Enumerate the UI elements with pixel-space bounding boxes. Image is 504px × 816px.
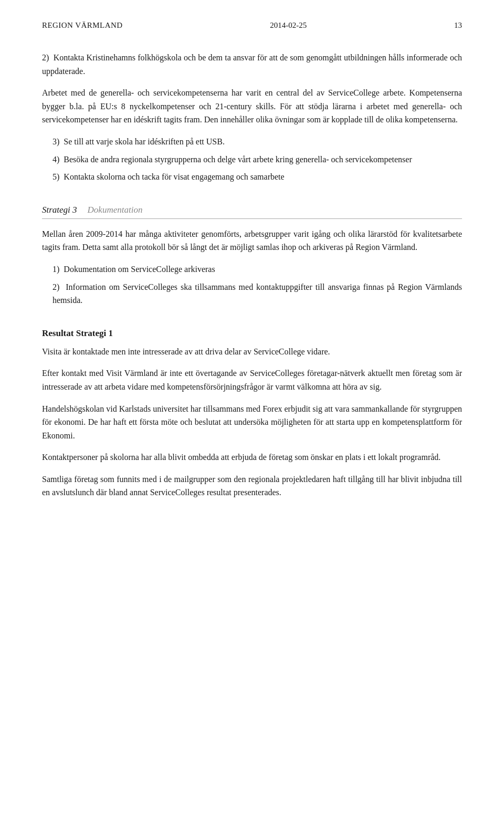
resultat-1-p1-text: Visita är kontaktade men inte intressera…: [42, 347, 330, 356]
list-item-4: 4) Besöka de andra regionala styrgrupper…: [52, 153, 462, 166]
list-item-4-text: 4) Besöka de andra regionala styrgrupper…: [52, 153, 412, 166]
resultat-1-p1: Visita är kontaktade men inte intressera…: [42, 345, 462, 359]
resultat-1-p2: Efter kontakt med Visit Värmland är inte…: [42, 367, 462, 393]
list-item-5: 5) Kontakta skolorna och tacka för visat…: [52, 170, 462, 184]
resultat-1-p4-text: Kontaktpersoner på skolorna har alla bli…: [42, 453, 440, 462]
strategi-3-body1: Mellan åren 2009-2014 har många aktivite…: [42, 227, 462, 254]
paragraph-kontakta-text: 2) Kontakta Kristinehamns folkhögskola o…: [42, 53, 462, 76]
paragraph-arbetet: Arbetet med de generella- och servicekom…: [42, 86, 462, 127]
resultat-1-p5-text: Samtliga företag som funnits med i de ma…: [42, 475, 462, 497]
strategi-3-body1-text: Mellan åren 2009-2014 har många aktivite…: [42, 229, 462, 252]
strategi-3-list-1-text: 1) Dokumentation om ServiceCollege arkiv…: [52, 263, 215, 276]
strategi-3-list-2: 2) Information om ServiceColleges ska ti…: [52, 280, 462, 307]
header-date: 2014-02-25: [270, 21, 307, 30]
strategi-3-list-2-text: 2) Information om ServiceColleges ska ti…: [52, 280, 462, 307]
header-page-number: 13: [454, 21, 462, 30]
page-header: REGION VÄRMLAND 2014-02-25 13: [42, 21, 462, 30]
paragraph-arbetet-text: Arbetet med de generella- och servicekom…: [42, 88, 462, 124]
resultat-1-p3-text: Handelshögskolan vid Karlstads universit…: [42, 404, 462, 440]
list-item-5-text: 5) Kontakta skolorna och tacka för visat…: [52, 170, 285, 184]
header-organization: REGION VÄRMLAND: [42, 21, 123, 30]
strategi-3-list: 1) Dokumentation om ServiceCollege arkiv…: [52, 263, 462, 307]
resultat-1-p5: Samtliga företag som funnits med i de ma…: [42, 473, 462, 499]
strategi-3-list-1: 1) Dokumentation om ServiceCollege arkiv…: [52, 263, 462, 276]
strategi-3-header: Strategi 3 Dokumentation: [42, 205, 462, 215]
strategi-3-number: Strategi 3: [42, 205, 77, 215]
strategi-3-title: Dokumentation: [88, 205, 143, 215]
resultat-1-heading: Resultat Strategi 1: [42, 328, 462, 339]
resultat-1-p4: Kontaktpersoner på skolorna har alla bli…: [42, 451, 462, 464]
list-items: 3) Se till att varje skola har idéskrift…: [52, 135, 462, 184]
main-content: 2) Kontakta Kristinehamns folkhögskola o…: [42, 51, 462, 499]
paragraph-kontakta: 2) Kontakta Kristinehamns folkhögskola o…: [42, 51, 462, 78]
strategi-3-section: Strategi 3 Dokumentation Mellan åren 200…: [42, 205, 462, 307]
list-item-3: 3) Se till att varje skola har idéskrift…: [52, 135, 462, 149]
strategi-divider: [42, 218, 462, 219]
page: REGION VÄRMLAND 2014-02-25 13 2) Kontakt…: [0, 0, 504, 816]
resultat-1-p2-text: Efter kontakt med Visit Värmland är inte…: [42, 369, 462, 391]
list-item-3-text: 3) Se till att varje skola har idéskrift…: [52, 135, 225, 149]
resultat-1-p3: Handelshögskolan vid Karlstads universit…: [42, 402, 462, 443]
